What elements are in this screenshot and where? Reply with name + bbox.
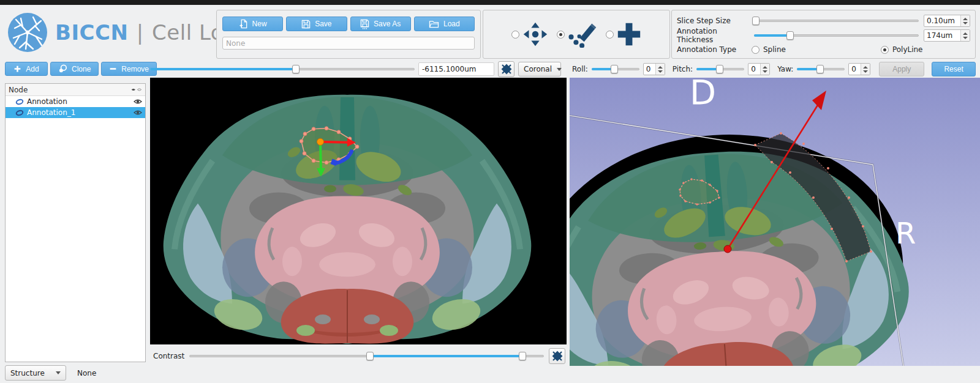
filename-input[interactable] [222, 37, 475, 50]
save-as-button-label: Save As [374, 20, 401, 28]
roll-slider-handle[interactable] [611, 65, 618, 73]
save-button-label: Save [315, 20, 331, 28]
remove-button-label: Remove [121, 65, 149, 73]
annotation-node-panel: Node Annotation Annotation_1 [5, 83, 146, 362]
slice-step-slider-handle[interactable] [752, 17, 760, 25]
contrast-range-slider[interactable] [189, 351, 544, 361]
title-divider: | [135, 20, 145, 45]
yaw-slider[interactable] [797, 64, 845, 74]
annotation-thickness-row: Annotation Thickness 174um [677, 29, 970, 42]
annotation-type-polyline-option[interactable]: PolyLine [881, 45, 923, 54]
load-folder-icon [429, 20, 439, 28]
annotation-thickness-spinbox[interactable]: 174um [924, 29, 970, 42]
annotation-loop-icon [15, 110, 24, 116]
annotation-type-spline-option[interactable]: Spline [752, 45, 786, 54]
fit-contrast-view-button[interactable] [549, 348, 565, 364]
slice-step-slider[interactable] [754, 16, 919, 26]
polyline-radio[interactable] [881, 46, 889, 54]
plus-icon [13, 65, 21, 73]
file-toolbar-group: New Save Save As [216, 10, 481, 59]
slice-step-label: Slice Step Size [677, 17, 749, 25]
pitch-spin-arrows[interactable] [760, 64, 769, 75]
fit-view-icon [551, 350, 564, 362]
chevron-down-icon [56, 371, 61, 374]
contrast-low-handle[interactable] [366, 352, 374, 360]
node-row-annotation[interactable]: Annotation [6, 96, 145, 107]
node-list-header[interactable]: Node [6, 84, 145, 96]
reset-button-label: Reset [944, 65, 963, 73]
clone-button-label: Clone [72, 65, 91, 73]
spline-label: Spline [763, 45, 786, 54]
pitch-spinbox[interactable]: 0 [748, 63, 770, 75]
draw-annotation-mode-option[interactable] [557, 21, 597, 48]
yaw-spinbox[interactable]: 0 [848, 63, 870, 75]
slice-toolbar: -6115.1000um Coronal Roll: 0 Pitch: 0 [150, 61, 976, 77]
new-file-icon [239, 19, 248, 29]
slice-step-spin-arrows[interactable] [960, 15, 970, 26]
slice-step-value: 0.10um [924, 17, 960, 25]
contrast-high-handle[interactable] [519, 352, 526, 360]
slice-offset-value-field[interactable]: -6115.1000um [418, 62, 494, 76]
orientation-value: Coronal [524, 65, 552, 73]
roll-label: Roll: [572, 65, 588, 73]
polyline-label: PolyLine [892, 45, 923, 54]
visibility-column-header-icon[interactable] [131, 86, 142, 94]
structure-bar: Structure None [5, 365, 96, 381]
roll-slider[interactable] [592, 64, 639, 74]
save-button[interactable]: Save [286, 17, 347, 31]
clone-icon [58, 64, 67, 73]
volume-3d-view[interactable]: D R [570, 78, 980, 366]
draw-mode-radio[interactable] [557, 31, 565, 39]
roll-spinbox[interactable]: 0 [643, 63, 665, 75]
slice-step-spinbox[interactable]: 0.10um [924, 15, 970, 27]
fit-slice-view-button[interactable] [498, 61, 514, 77]
slice-offset-slider-handle[interactable] [292, 65, 300, 73]
clone-annotation-button[interactable]: Clone [50, 62, 99, 76]
visibility-eye-icon[interactable] [134, 110, 142, 116]
annotation-loop-icon [15, 99, 24, 105]
pitch-label: Pitch: [673, 65, 693, 73]
save-as-button[interactable]: Save As [350, 17, 411, 31]
spline-radio[interactable] [752, 46, 760, 54]
slice-offset-slider[interactable] [150, 64, 415, 74]
remove-annotation-button[interactable]: Remove [101, 62, 157, 76]
yaw-slider-handle[interactable] [816, 65, 824, 73]
reset-button[interactable]: Reset [932, 62, 976, 76]
pitch-slider-handle[interactable] [716, 65, 723, 73]
annotation-thickness-label: Annotation Thickness [677, 27, 749, 44]
roll-value: 0 [644, 65, 655, 73]
contrast-label: Contrast [153, 352, 184, 360]
roll-spin-arrows[interactable] [655, 64, 665, 75]
apply-button[interactable]: Apply [879, 62, 924, 76]
annotation-thickness-spin-arrows[interactable] [960, 30, 970, 41]
load-button[interactable]: Load [414, 17, 475, 31]
node-row-annotation-1[interactable]: Annotation_1 [6, 107, 145, 118]
structure-dropdown[interactable]: Structure [5, 365, 66, 381]
annotation-node-toolbar: Add Clone Remove [5, 62, 157, 76]
new-button[interactable]: New [222, 17, 283, 31]
annotation-thickness-slider[interactable] [754, 31, 919, 40]
annotation-type-label: Annotation Type [677, 45, 749, 54]
add-annotation-button[interactable]: Add [5, 62, 48, 76]
pitch-value: 0 [748, 65, 760, 73]
slice-offset-value: -6115.1000um [422, 65, 477, 73]
minus-icon [109, 65, 117, 73]
pan-mode-option[interactable] [511, 21, 548, 47]
pitch-slider[interactable] [696, 64, 744, 74]
biccn-logo-icon [7, 12, 48, 53]
visibility-eye-icon[interactable] [134, 99, 142, 105]
app-window: BICCN | Cell Locator New Save [0, 0, 980, 383]
slice-2d-view[interactable] [150, 78, 567, 344]
fit-view-icon [500, 63, 513, 75]
slice-step-row: Slice Step Size 0.10um [677, 14, 970, 28]
annotation-thickness-slider-handle[interactable] [786, 31, 794, 40]
structure-dropdown-label: Structure [10, 369, 45, 377]
yaw-value: 0 [849, 65, 861, 73]
add-point-mode-radio[interactable] [606, 31, 614, 39]
annotation-settings-group: Slice Step Size 0.10um Annotation Thickn… [671, 10, 976, 59]
pan-mode-radio[interactable] [511, 31, 519, 39]
add-button-label: Add [26, 65, 39, 73]
add-point-mode-option[interactable] [606, 22, 641, 46]
yaw-spin-arrows[interactable] [861, 64, 870, 75]
orientation-dropdown[interactable]: Coronal [518, 62, 561, 76]
